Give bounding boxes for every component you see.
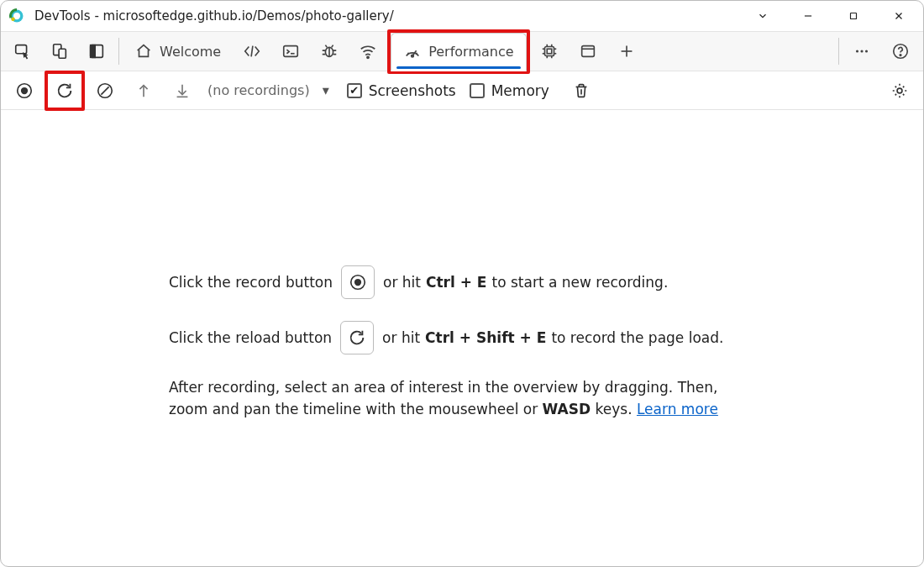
load-profile-button[interactable] — [125, 72, 162, 109]
focus-mode-button[interactable] — [78, 32, 115, 71]
tab-elements[interactable] — [233, 32, 271, 71]
checkbox-label: Screenshots — [369, 82, 456, 99]
tab-console[interactable] — [271, 32, 310, 71]
svg-point-36 — [856, 50, 858, 52]
window-titlebar: DevTools - microsoftedge.github.io/Demos… — [1, 1, 923, 31]
tab-label: Performance — [428, 44, 513, 60]
upload-icon — [134, 81, 153, 100]
svg-rect-7 — [16, 45, 27, 54]
new-tab-button[interactable] — [607, 32, 646, 71]
svg-line-21 — [417, 52, 417, 53]
more-horizontal-icon — [853, 42, 871, 60]
svg-rect-23 — [547, 49, 552, 54]
window-title: DevTools - microsoftedge.github.io/Demos… — [31, 8, 737, 24]
chip-icon — [540, 42, 559, 60]
checkbox-icon: ✔ — [347, 83, 362, 98]
clear-button[interactable] — [87, 72, 123, 109]
memory-checkbox[interactable]: Memory — [470, 82, 549, 99]
record-icon — [15, 81, 34, 100]
kbd-ctrl-shift-e: Ctrl + Shift + E — [425, 327, 546, 349]
instruction-record: Click the record button or hit Ctrl + E … — [169, 265, 755, 299]
tab-performance-callout: Performance — [387, 29, 529, 74]
device-emulation-button[interactable] — [41, 32, 78, 71]
recordings-dropdown-label: (no recordings) — [202, 82, 317, 98]
devtools-tabstrip: Welcome Performance — [1, 31, 923, 71]
reload-button-demo[interactable] — [340, 321, 374, 354]
learn-more-link[interactable]: Learn more — [637, 401, 718, 417]
kbd-wasd: WASD — [543, 401, 591, 417]
help-icon — [891, 42, 910, 60]
gear-icon — [890, 81, 909, 100]
tab-application[interactable] — [569, 32, 607, 71]
bug-icon — [320, 42, 339, 60]
instruction-after-recording: After recording, select an area of inter… — [169, 376, 755, 421]
window-minimize-button[interactable] — [789, 2, 827, 30]
tab-label: Welcome — [160, 44, 221, 60]
checkbox-label: Memory — [491, 82, 549, 99]
recordings-dropdown[interactable]: ▾ — [318, 84, 333, 97]
svg-point-37 — [860, 50, 863, 52]
svg-rect-22 — [544, 47, 554, 56]
reload-icon — [348, 328, 366, 347]
svg-point-42 — [21, 87, 28, 93]
record-button[interactable] — [6, 72, 43, 109]
window-close-button[interactable] — [879, 2, 918, 30]
kbd-ctrl-e: Ctrl + E — [426, 271, 487, 293]
wifi-icon — [359, 42, 377, 60]
tab-separator — [118, 38, 119, 65]
performance-toolbar: (no recordings) ▾ ✔ Screenshots Memory — [1, 71, 923, 110]
application-icon — [579, 42, 597, 60]
trash-icon — [572, 81, 591, 100]
reload-button-callout — [45, 71, 85, 111]
more-tools-button[interactable] — [843, 32, 881, 71]
tab-network[interactable] — [349, 32, 387, 71]
svg-point-38 — [865, 50, 868, 52]
window-maximize-button[interactable] — [834, 2, 873, 30]
svg-rect-9 — [59, 49, 66, 58]
plus-icon — [617, 42, 636, 60]
checkbox-icon — [470, 83, 485, 98]
inspect-element-button[interactable] — [4, 32, 41, 71]
svg-rect-4 — [851, 13, 857, 19]
capture-settings-button[interactable] — [881, 72, 918, 109]
svg-point-17 — [367, 56, 369, 58]
performance-empty-state: Click the record button or hit Ctrl + E … — [1, 110, 923, 566]
reload-record-button[interactable] — [48, 74, 81, 108]
svg-line-44 — [101, 87, 108, 94]
edge-devtools-icon — [9, 8, 24, 24]
svg-rect-11 — [91, 45, 96, 58]
tab-separator — [838, 38, 839, 65]
tab-welcome[interactable]: Welcome — [123, 32, 233, 71]
elements-icon — [243, 42, 261, 60]
collect-garbage-button[interactable] — [563, 72, 600, 109]
performance-icon — [403, 43, 422, 61]
reload-icon — [55, 81, 74, 100]
clear-icon — [96, 81, 114, 100]
tab-memory[interactable] — [530, 32, 569, 71]
help-button[interactable] — [881, 32, 920, 71]
record-button-demo[interactable] — [341, 265, 375, 299]
svg-line-12 — [251, 46, 253, 57]
screenshots-checkbox[interactable]: ✔ Screenshots — [347, 82, 456, 99]
tab-performance[interactable]: Performance — [391, 33, 526, 71]
record-icon — [349, 273, 367, 291]
svg-point-52 — [354, 279, 361, 286]
tab-sources[interactable] — [310, 32, 349, 71]
download-icon — [173, 81, 192, 100]
instruction-reload: Click the reload button or hit Ctrl + Sh… — [169, 321, 755, 354]
console-icon — [281, 42, 300, 60]
svg-rect-13 — [284, 46, 298, 57]
svg-point-50 — [897, 88, 902, 93]
home-icon — [134, 42, 153, 60]
window-dropdown-button[interactable] — [743, 2, 782, 30]
svg-rect-32 — [581, 46, 594, 57]
svg-point-2 — [11, 18, 15, 22]
svg-point-40 — [900, 55, 901, 56]
svg-line-20 — [408, 52, 409, 53]
save-profile-button[interactable] — [164, 72, 201, 109]
